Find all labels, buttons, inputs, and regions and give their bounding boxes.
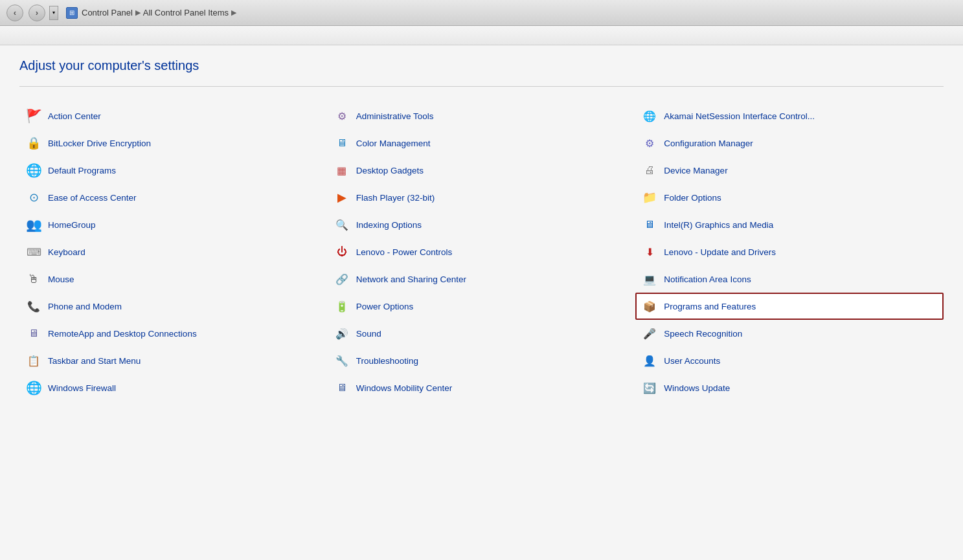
icon-troubleshooting: 🔧 <box>334 353 350 368</box>
label-admin-tools: Administrative Tools <box>356 111 434 121</box>
control-item-indexing[interactable]: 🔍Indexing Options <box>328 211 636 238</box>
label-user-accounts: User Accounts <box>664 356 720 366</box>
control-item-flash-player[interactable]: ▶Flash Player (32-bit) <box>328 184 636 211</box>
control-item-speech-recognition[interactable]: 🎤Speech Recognition <box>635 320 944 347</box>
icon-bitlocker: 🔒 <box>26 135 41 151</box>
icon-programs-features: 📦 <box>642 298 657 314</box>
breadcrumb-sep-2: ▶ <box>231 8 236 17</box>
control-item-user-accounts[interactable]: 👤User Accounts <box>635 347 944 374</box>
control-item-config-mgr[interactable]: ⚙Configuration Manager <box>635 129 944 157</box>
icon-color-mgmt: 🖥 <box>334 135 350 151</box>
control-item-windows-update[interactable]: 🔄Windows Update <box>635 374 944 401</box>
icon-network-sharing: 🔗 <box>334 271 350 287</box>
icon-windows-mobility: 🖥 <box>334 380 350 396</box>
control-item-akamai[interactable]: 🌐Akamai NetSession Interface Control... <box>635 102 944 129</box>
control-item-default-programs[interactable]: 🌐Default Programs <box>19 157 328 184</box>
icon-intel-graphics: 🖥 <box>642 217 657 232</box>
control-item-color-mgmt[interactable]: 🖥Color Management <box>328 129 636 157</box>
control-item-action-center[interactable]: 🚩Action Center <box>19 102 328 129</box>
label-homegroup: HomeGroup <box>48 220 96 230</box>
control-item-power-options[interactable]: 🔋Power Options <box>328 293 636 320</box>
toolbar <box>0 26 963 45</box>
back-button[interactable]: ‹ <box>6 5 23 21</box>
label-programs-features: Programs and Features <box>664 302 756 311</box>
breadcrumb: Control Panel ▶ All Control Panel Items … <box>82 8 236 17</box>
control-item-ease-of-access[interactable]: ⊙Ease of Access Center <box>19 184 328 211</box>
label-config-mgr: Configuration Manager <box>664 139 753 148</box>
control-item-admin-tools[interactable]: ⚙Administrative Tools <box>328 102 636 129</box>
icon-taskbar: 📋 <box>26 353 41 368</box>
control-item-intel-graphics[interactable]: 🖥Intel(R) Graphics and Media <box>635 211 944 238</box>
label-color-mgmt: Color Management <box>356 139 431 148</box>
label-ease-of-access: Ease of Access Center <box>48 193 137 203</box>
label-taskbar: Taskbar and Start Menu <box>48 356 141 366</box>
label-action-center: Action Center <box>48 111 101 121</box>
address-icon: ⊞ <box>66 7 78 19</box>
label-windows-firewall: Windows Firewall <box>48 383 116 393</box>
icon-action-center: 🚩 <box>26 108 41 124</box>
icon-sound: 🔊 <box>334 326 350 341</box>
control-item-taskbar[interactable]: 📋Taskbar and Start Menu <box>19 347 328 374</box>
control-item-folder-options[interactable]: 📁Folder Options <box>635 184 944 211</box>
label-notification-icons: Notification Area Icons <box>664 274 751 284</box>
breadcrumb-control-panel[interactable]: Control Panel <box>82 8 133 17</box>
icon-config-mgr: ⚙ <box>642 135 657 151</box>
label-phone-modem: Phone and Modem <box>48 302 122 311</box>
items-grid: 🚩Action Center🔒BitLocker Drive Encryptio… <box>19 102 944 401</box>
icon-phone-modem: 📞 <box>26 298 41 314</box>
icon-flash-player: ▶ <box>334 190 350 205</box>
icon-homegroup: 👥 <box>26 217 41 232</box>
icon-akamai: 🌐 <box>642 108 657 124</box>
label-lenovo-power: Lenovo - Power Controls <box>356 247 453 257</box>
icon-mouse: 🖱 <box>26 271 41 287</box>
icon-keyboard: ⌨ <box>26 244 41 260</box>
icon-windows-firewall: 🌐 <box>26 380 41 396</box>
control-item-lenovo-power[interactable]: ⏻Lenovo - Power Controls <box>328 238 636 265</box>
control-item-programs-features[interactable]: 📦Programs and Features <box>635 293 944 320</box>
control-item-phone-modem[interactable]: 📞Phone and Modem <box>19 293 328 320</box>
icon-indexing: 🔍 <box>334 217 350 232</box>
label-device-mgr: Device Manager <box>664 166 727 175</box>
label-network-sharing: Network and Sharing Center <box>356 274 466 284</box>
label-windows-update: Windows Update <box>664 383 730 393</box>
column-col2: ⚙Administrative Tools🖥Color Management▦D… <box>328 102 636 401</box>
control-item-homegroup[interactable]: 👥HomeGroup <box>19 211 328 238</box>
column-col1: 🚩Action Center🔒BitLocker Drive Encryptio… <box>19 102 328 401</box>
forward-button[interactable]: › <box>28 5 45 21</box>
control-item-windows-mobility[interactable]: 🖥Windows Mobility Center <box>328 374 636 401</box>
label-desktop-gadgets: Desktop Gadgets <box>356 166 424 175</box>
label-folder-options: Folder Options <box>664 193 721 203</box>
label-windows-mobility: Windows Mobility Center <box>356 383 453 393</box>
column-col3: 🌐Akamai NetSession Interface Control...⚙… <box>635 102 944 401</box>
icon-windows-update: 🔄 <box>642 380 657 396</box>
page-title: Adjust your computer's settings <box>19 58 944 73</box>
control-item-remoteapp[interactable]: 🖥RemoteApp and Desktop Connections <box>19 320 328 347</box>
control-item-network-sharing[interactable]: 🔗Network and Sharing Center <box>328 265 636 293</box>
breadcrumb-sep-1: ▶ <box>135 8 141 17</box>
control-item-windows-firewall[interactable]: 🌐Windows Firewall <box>19 374 328 401</box>
label-remoteapp: RemoteApp and Desktop Connections <box>48 329 197 339</box>
icon-admin-tools: ⚙ <box>334 108 350 124</box>
control-item-desktop-gadgets[interactable]: ▦Desktop Gadgets <box>328 157 636 184</box>
icon-user-accounts: 👤 <box>642 353 657 368</box>
control-item-bitlocker[interactable]: 🔒BitLocker Drive Encryption <box>19 129 328 157</box>
nav-dropdown[interactable]: ▾ <box>49 6 58 20</box>
label-flash-player: Flash Player (32-bit) <box>356 193 435 203</box>
icon-notification-icons: 💻 <box>642 271 657 287</box>
address-bar: ‹ › ▾ ⊞ Control Panel ▶ All Control Pane… <box>0 0 963 26</box>
label-akamai: Akamai NetSession Interface Control... <box>664 111 815 121</box>
control-item-keyboard[interactable]: ⌨Keyboard <box>19 238 328 265</box>
icon-desktop-gadgets: ▦ <box>334 162 350 178</box>
control-item-sound[interactable]: 🔊Sound <box>328 320 636 347</box>
main-content: Adjust your computer's settings 🚩Action … <box>0 45 963 560</box>
label-default-programs: Default Programs <box>48 166 116 175</box>
label-speech-recognition: Speech Recognition <box>664 329 742 339</box>
control-item-mouse[interactable]: 🖱Mouse <box>19 265 328 293</box>
icon-lenovo-power: ⏻ <box>334 244 350 260</box>
label-keyboard: Keyboard <box>48 247 85 257</box>
breadcrumb-all-items[interactable]: All Control Panel Items <box>143 8 229 17</box>
control-item-notification-icons[interactable]: 💻Notification Area Icons <box>635 265 944 293</box>
control-item-device-mgr[interactable]: 🖨Device Manager <box>635 157 944 184</box>
control-item-troubleshooting[interactable]: 🔧Troubleshooting <box>328 347 636 374</box>
control-item-lenovo-update[interactable]: ⬇Lenovo - Update and Drivers <box>635 238 944 265</box>
